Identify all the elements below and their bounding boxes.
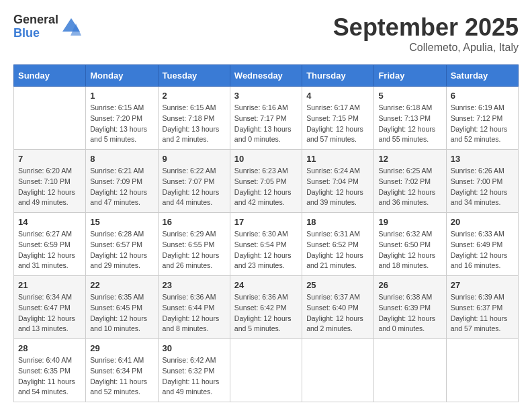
day-cell: 20Sunrise: 6:33 AMSunset: 6:49 PMDayligh… [446, 213, 518, 276]
day-info: Sunrise: 6:23 AMSunset: 7:05 PMDaylight:… [234, 166, 298, 208]
day-cell: 27Sunrise: 6:39 AMSunset: 6:37 PMDayligh… [446, 276, 518, 339]
header-row: SundayMondayTuesdayWednesdayThursdayFrid… [14, 65, 519, 87]
day-info: Sunrise: 6:39 AMSunset: 6:37 PMDaylight:… [451, 292, 514, 334]
day-cell: 2Sunrise: 6:15 AMSunset: 7:18 PMDaylight… [158, 87, 230, 150]
day-number: 25 [306, 280, 369, 290]
week-row-3: 14Sunrise: 6:27 AMSunset: 6:59 PMDayligh… [14, 213, 519, 276]
day-info: Sunrise: 6:42 AMSunset: 6:32 PMDaylight:… [163, 355, 226, 398]
day-number: 17 [234, 217, 298, 227]
day-number: 24 [234, 280, 298, 290]
title-block: September 2025 Collemeto, Apulia, Italy [333, 13, 519, 54]
day-number: 29 [90, 343, 153, 353]
day-number: 13 [451, 154, 514, 164]
header-sunday: Sunday [14, 65, 86, 87]
day-number: 6 [451, 91, 514, 101]
day-info: Sunrise: 6:16 AMSunset: 7:17 PMDaylight:… [234, 103, 298, 145]
day-number: 26 [378, 280, 441, 290]
day-number: 22 [90, 280, 153, 290]
header-thursday: Thursday [302, 65, 374, 87]
day-number: 30 [163, 343, 226, 353]
day-info: Sunrise: 6:25 AMSunset: 7:02 PMDaylight:… [378, 166, 441, 208]
day-info: Sunrise: 6:22 AMSunset: 7:07 PMDaylight:… [163, 166, 226, 208]
day-cell: 12Sunrise: 6:25 AMSunset: 7:02 PMDayligh… [374, 150, 446, 213]
day-number: 9 [163, 154, 226, 164]
day-cell [446, 339, 518, 402]
day-info: Sunrise: 6:40 AMSunset: 6:35 PMDaylight:… [18, 355, 81, 398]
day-info: Sunrise: 6:20 AMSunset: 7:10 PMDaylight:… [18, 166, 81, 208]
day-cell: 22Sunrise: 6:35 AMSunset: 6:45 PMDayligh… [86, 276, 158, 339]
day-info: Sunrise: 6:15 AMSunset: 7:20 PMDaylight:… [90, 103, 153, 145]
day-info: Sunrise: 6:17 AMSunset: 7:15 PMDaylight:… [306, 103, 369, 145]
header-friday: Friday [374, 65, 446, 87]
day-info: Sunrise: 6:19 AMSunset: 7:12 PMDaylight:… [451, 103, 514, 145]
calendar-header: SundayMondayTuesdayWednesdayThursdayFrid… [14, 65, 519, 87]
day-info: Sunrise: 6:36 AMSunset: 6:42 PMDaylight:… [234, 292, 298, 334]
day-number: 10 [234, 154, 298, 164]
day-number: 21 [18, 280, 81, 290]
day-cell: 15Sunrise: 6:28 AMSunset: 6:57 PMDayligh… [86, 213, 158, 276]
day-cell: 25Sunrise: 6:37 AMSunset: 6:40 PMDayligh… [302, 276, 374, 339]
day-cell: 13Sunrise: 6:26 AMSunset: 7:00 PMDayligh… [446, 150, 518, 213]
day-number: 11 [306, 154, 369, 164]
day-info: Sunrise: 6:24 AMSunset: 7:04 PMDaylight:… [306, 166, 369, 208]
day-cell [230, 339, 302, 402]
day-info: Sunrise: 6:21 AMSunset: 7:09 PMDaylight:… [90, 166, 153, 208]
day-number: 4 [306, 91, 369, 101]
day-cell: 18Sunrise: 6:31 AMSunset: 6:52 PMDayligh… [302, 213, 374, 276]
calendar-table: SundayMondayTuesdayWednesdayThursdayFrid… [13, 64, 519, 402]
page-header: General Blue September 2025 Collemeto, A… [13, 13, 519, 54]
day-cell: 14Sunrise: 6:27 AMSunset: 6:59 PMDayligh… [14, 213, 86, 276]
day-cell: 1Sunrise: 6:15 AMSunset: 7:20 PMDaylight… [86, 87, 158, 150]
day-cell: 10Sunrise: 6:23 AMSunset: 7:05 PMDayligh… [230, 150, 302, 213]
day-number: 5 [378, 91, 441, 101]
week-row-2: 7Sunrise: 6:20 AMSunset: 7:10 PMDaylight… [14, 150, 519, 213]
day-cell: 5Sunrise: 6:18 AMSunset: 7:13 PMDaylight… [374, 87, 446, 150]
day-number: 8 [90, 154, 153, 164]
day-cell: 21Sunrise: 6:34 AMSunset: 6:47 PMDayligh… [14, 276, 86, 339]
day-info: Sunrise: 6:18 AMSunset: 7:13 PMDaylight:… [378, 103, 441, 145]
day-cell: 24Sunrise: 6:36 AMSunset: 6:42 PMDayligh… [230, 276, 302, 339]
logo: General Blue [13, 13, 81, 40]
week-row-4: 21Sunrise: 6:34 AMSunset: 6:47 PMDayligh… [14, 276, 519, 339]
day-cell [374, 339, 446, 402]
day-number: 16 [163, 217, 226, 227]
day-cell: 6Sunrise: 6:19 AMSunset: 7:12 PMDaylight… [446, 87, 518, 150]
day-cell: 19Sunrise: 6:32 AMSunset: 6:50 PMDayligh… [374, 213, 446, 276]
day-info: Sunrise: 6:35 AMSunset: 6:45 PMDaylight:… [90, 292, 153, 334]
day-number: 12 [378, 154, 441, 164]
day-cell: 26Sunrise: 6:38 AMSunset: 6:39 PMDayligh… [374, 276, 446, 339]
day-cell: 4Sunrise: 6:17 AMSunset: 7:15 PMDaylight… [302, 87, 374, 150]
day-info: Sunrise: 6:32 AMSunset: 6:50 PMDaylight:… [378, 229, 441, 271]
logo-icon [61, 17, 81, 37]
header-wednesday: Wednesday [230, 65, 302, 87]
day-cell [14, 87, 86, 150]
day-cell: 16Sunrise: 6:29 AMSunset: 6:55 PMDayligh… [158, 213, 230, 276]
day-cell: 9Sunrise: 6:22 AMSunset: 7:07 PMDaylight… [158, 150, 230, 213]
day-number: 14 [18, 217, 81, 227]
location-subtitle: Collemeto, Apulia, Italy [333, 42, 519, 54]
day-cell: 8Sunrise: 6:21 AMSunset: 7:09 PMDaylight… [86, 150, 158, 213]
week-row-5: 28Sunrise: 6:40 AMSunset: 6:35 PMDayligh… [14, 339, 519, 402]
day-number: 19 [378, 217, 441, 227]
day-info: Sunrise: 6:15 AMSunset: 7:18 PMDaylight:… [163, 103, 226, 145]
day-number: 15 [90, 217, 153, 227]
day-cell: 23Sunrise: 6:36 AMSunset: 6:44 PMDayligh… [158, 276, 230, 339]
day-cell: 3Sunrise: 6:16 AMSunset: 7:17 PMDaylight… [230, 87, 302, 150]
day-info: Sunrise: 6:41 AMSunset: 6:34 PMDaylight:… [90, 355, 153, 398]
day-info: Sunrise: 6:36 AMSunset: 6:44 PMDaylight:… [163, 292, 226, 334]
logo-general: General [13, 13, 58, 27]
header-monday: Monday [86, 65, 158, 87]
day-number: 2 [163, 91, 226, 101]
day-info: Sunrise: 6:27 AMSunset: 6:59 PMDaylight:… [18, 229, 81, 271]
month-title: September 2025 [333, 13, 519, 42]
header-saturday: Saturday [446, 65, 518, 87]
day-info: Sunrise: 6:31 AMSunset: 6:52 PMDaylight:… [306, 229, 369, 271]
day-info: Sunrise: 6:37 AMSunset: 6:40 PMDaylight:… [306, 292, 369, 334]
day-cell: 7Sunrise: 6:20 AMSunset: 7:10 PMDaylight… [14, 150, 86, 213]
day-cell: 28Sunrise: 6:40 AMSunset: 6:35 PMDayligh… [14, 339, 86, 402]
day-cell [302, 339, 374, 402]
day-cell: 17Sunrise: 6:30 AMSunset: 6:54 PMDayligh… [230, 213, 302, 276]
day-number: 18 [306, 217, 369, 227]
day-number: 1 [90, 91, 153, 101]
day-cell: 29Sunrise: 6:41 AMSunset: 6:34 PMDayligh… [86, 339, 158, 402]
